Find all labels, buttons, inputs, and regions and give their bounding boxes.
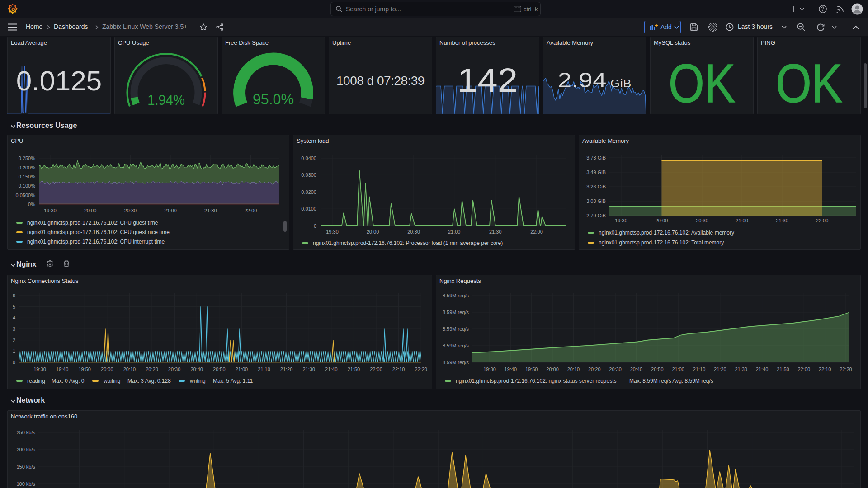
svg-text:19:30: 19:30 [483,366,496,372]
svg-text:19:30: 19:30 [326,229,339,235]
svg-text:20:00: 20:00 [84,208,97,213]
svg-text:20:10: 20:10 [567,366,580,372]
svg-text:3.26 GiB: 3.26 GiB [586,184,606,189]
svg-text:5: 5 [13,304,15,310]
svg-text:22:00: 22:00 [530,229,543,235]
svg-text:0.0500%: 0.0500% [16,192,36,198]
svg-text:21:10: 21:10 [258,366,270,372]
svg-text:nginx01.ghmctsp.prod-172.16.76: nginx01.ghmctsp.prod-172.16.76.102: CPU … [27,239,165,245]
svg-text:19:40: 19:40 [505,366,517,372]
svg-text:3: 3 [13,326,15,332]
svg-text:3.03 GiB: 3.03 GiB [586,198,606,204]
svg-text:writing: writing [189,378,206,384]
svg-text:20:00: 20:00 [101,366,113,372]
svg-text:19:50: 19:50 [78,366,91,372]
svg-text:22:10: 22:10 [392,366,405,372]
svg-text:0.0100: 0.0100 [301,206,316,211]
svg-text:19:30: 19:30 [33,366,46,372]
svg-text:0.0400: 0.0400 [301,155,316,161]
svg-text:21:40: 21:40 [756,366,769,372]
svg-text:8.59M req/s: 8.59M req/s [443,360,469,365]
svg-text:waiting: waiting [103,378,120,384]
svg-text:0.0200: 0.0200 [301,189,316,195]
svg-text:21:20: 21:20 [714,366,726,372]
svg-text:Max: 8.59M req/s Avg: 8.59M r: Max: 8.59M req/s Avg: 8.59M req/s [629,378,713,384]
svg-text:nginx01.ghmctsp.prod-172.16.76: nginx01.ghmctsp.prod-172.16.76.102: Tota… [599,239,724,246]
svg-text:20:20: 20:20 [588,366,601,372]
svg-text:20:00: 20:00 [367,229,379,235]
svg-text:reading: reading [27,378,45,384]
svg-text:20:30: 20:30 [407,229,420,235]
svg-text:0%: 0% [28,202,35,207]
svg-text:3.73 GiB: 3.73 GiB [586,155,606,160]
svg-text:21:30: 21:30 [204,208,217,213]
svg-text:nginx01.ghmctsp.prod-172.16.76: nginx01.ghmctsp.prod-172.16.76.102: CPU … [27,220,158,226]
svg-text:0: 0 [314,223,316,229]
svg-text:21:30: 21:30 [735,366,747,372]
svg-text:22:00: 22:00 [370,366,382,372]
svg-text:20:50: 20:50 [213,366,226,372]
svg-text:22:00: 22:00 [245,208,257,213]
svg-text:8.59M req/s: 8.59M req/s [443,310,469,315]
svg-text:0.200%: 0.200% [19,165,36,170]
svg-text:250 kb/s: 250 kb/s [16,430,35,435]
svg-text:8.59M req/s: 8.59M req/s [443,343,469,348]
svg-text:20:30: 20:30 [168,366,181,372]
svg-text:19:50: 19:50 [525,366,538,372]
svg-text:4: 4 [13,315,15,320]
svg-text:21:30: 21:30 [776,218,788,223]
svg-text:20:00: 20:00 [546,366,559,372]
svg-text:8.59M req/s: 8.59M req/s [443,293,469,298]
svg-text:21:10: 21:10 [693,366,706,372]
svg-text:nginx01.ghmctsp.prod-172.16.76: nginx01.ghmctsp.prod-172.16.76.102: Avai… [599,230,734,236]
svg-text:2.79 GiB: 2.79 GiB [586,213,606,218]
svg-text:21:50: 21:50 [348,366,360,372]
svg-text:6: 6 [13,293,15,298]
svg-text:0.0300: 0.0300 [301,172,316,178]
svg-text:20:10: 20:10 [123,366,136,372]
svg-text:21:00: 21:00 [672,366,684,372]
svg-text:100 kb/s: 100 kb/s [16,481,35,487]
svg-text:nginx01.ghmctsp.prod-172.16.76: nginx01.ghmctsp.prod-172.16.76.102: CPU … [27,229,170,235]
svg-text:20:40: 20:40 [630,366,643,372]
svg-text:22:20: 22:20 [840,366,852,372]
svg-text:nginx01.ghmctsp.prod-172.16.76: nginx01.ghmctsp.prod-172.16.76.102: ngin… [456,378,617,384]
svg-text:20:30: 20:30 [124,208,137,213]
svg-text:21:00: 21:00 [736,218,748,223]
svg-text:21:20: 21:20 [280,366,293,372]
svg-text:21:30: 21:30 [489,229,502,235]
svg-text:0.250%: 0.250% [19,155,36,161]
svg-text:0: 0 [13,360,15,365]
svg-text:22:00: 22:00 [797,366,810,372]
svg-text:20:40: 20:40 [190,366,203,372]
svg-text:150 kb/s: 150 kb/s [16,464,35,469]
svg-text:20:00: 20:00 [656,218,668,223]
svg-text:22:20: 22:20 [415,366,427,372]
svg-text:21:00: 21:00 [164,208,177,213]
svg-text:20:50: 20:50 [651,366,664,372]
svg-text:19:40: 19:40 [56,366,69,372]
svg-text:20:30: 20:30 [609,366,622,372]
svg-text:Max: 0 Avg: 0: Max: 0 Avg: 0 [52,378,85,384]
svg-text:0.100%: 0.100% [19,183,36,188]
svg-text:3.49 GiB: 3.49 GiB [586,169,606,175]
svg-text:1: 1 [13,348,15,354]
svg-text:Max: 3 Avg: 0.128: Max: 3 Avg: 0.128 [127,378,171,384]
svg-text:nginx01.ghmctsp.prod-172.16.76: nginx01.ghmctsp.prod-172.16.76.102: Proc… [313,240,503,246]
svg-text:21:50: 21:50 [777,366,789,372]
svg-text:Max: 5 Avg: 1.11: Max: 5 Avg: 1.11 [213,378,253,384]
svg-text:21:00: 21:00 [448,229,461,235]
svg-text:19:30: 19:30 [615,218,627,223]
svg-text:2: 2 [13,338,15,343]
svg-text:8.59M req/s: 8.59M req/s [443,326,469,332]
svg-text:22:10: 22:10 [819,366,831,372]
svg-text:0.150%: 0.150% [19,174,36,179]
svg-text:21:30: 21:30 [302,366,315,372]
svg-text:19:30: 19:30 [44,208,57,213]
svg-text:21:40: 21:40 [325,366,338,372]
svg-text:20:30: 20:30 [696,218,708,223]
svg-text:200 kb/s: 200 kb/s [16,447,35,452]
svg-text:21:00: 21:00 [236,366,248,372]
svg-text:22:00: 22:00 [816,218,829,223]
svg-text:20:20: 20:20 [146,366,158,372]
